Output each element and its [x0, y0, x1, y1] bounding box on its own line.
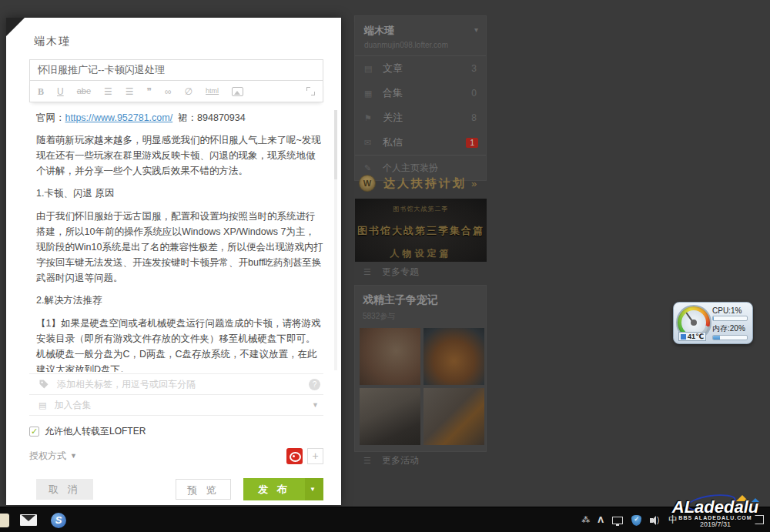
tray-expand-icon[interactable]: ᐱ: [598, 516, 604, 524]
system-monitor-widget[interactable]: 41℃ CPU:1% 内存:20%: [673, 302, 753, 344]
profile-card: 端木瑾 ▾ duanmujin098.lofter.com ▤ 文章 3 ▦ 合…: [354, 15, 487, 181]
cancel-button[interactable]: 取 消: [36, 479, 93, 500]
clock-date: 2019/7/31: [661, 520, 770, 528]
profile-domain: duanmujin098.lofter.com: [364, 41, 477, 49]
reprint-checkbox[interactable]: ✓: [29, 427, 39, 437]
image-icon[interactable]: [232, 87, 243, 96]
people-tray-icon[interactable]: ⁂: [581, 515, 589, 525]
sogou-app-icon[interactable]: S: [51, 513, 66, 528]
publish-options-caret[interactable]: ▼: [305, 478, 323, 500]
collection-count: 0: [471, 88, 477, 99]
sidebar-item-articles[interactable]: ▤ 文章 3: [355, 56, 486, 81]
corner-fold: [6, 18, 25, 36]
html-icon[interactable]: html: [206, 88, 219, 95]
unordered-list-icon[interactable]: ☰: [126, 87, 134, 96]
profile-name: 端木瑾: [364, 24, 477, 38]
more-topics-link[interactable]: ☰ 更多专题: [354, 264, 487, 279]
talent-support-program[interactable]: W 达人扶持计划 »: [354, 171, 487, 196]
list-icon: ☰: [363, 267, 374, 277]
list-icon: ☰: [363, 456, 374, 466]
post-title-input[interactable]: [29, 59, 323, 81]
help-icon[interactable]: ?: [309, 379, 320, 390]
mail-app-icon[interactable]: [20, 514, 37, 526]
publish-button[interactable]: 发 布: [243, 478, 305, 500]
activity-photo-grid: [360, 328, 481, 445]
memory-usage-bar: [712, 335, 748, 340]
memory-usage-label: 内存:20%: [712, 323, 748, 334]
bold-icon[interactable]: B: [38, 87, 44, 96]
ordered-list-icon[interactable]: ☰: [104, 87, 112, 96]
post-editor-modal: 端木瑾 B U abe ☰ ☰ ❞ ∞ ∅ html 官网：https://ww…: [6, 18, 341, 505]
cpu-usage-bar: [712, 316, 748, 321]
cpu-gauge: 41℃: [674, 303, 712, 343]
unlink-icon[interactable]: ∅: [185, 87, 192, 96]
link-icon[interactable]: ∞: [165, 87, 172, 96]
format-toolbar: B U abe ☰ ☰ ❞ ∞ ∅ html: [29, 80, 323, 102]
activity-participants: 5832参与: [363, 311, 481, 322]
more-activities-link[interactable]: ☰ 更多活动: [354, 453, 487, 468]
allow-reprint-row[interactable]: ✓ 允许他人转载至LOFTER: [29, 425, 146, 438]
body-paragraph: 随着萌新玩家越来越多，明显感觉我们的怀旧服人气上来了呢~发现现在还有一些玩家在群…: [36, 132, 323, 179]
watermark-brand: ALadedalu: [661, 498, 770, 517]
collection-icon: ▤: [38, 400, 46, 410]
temperature-chip: 41℃: [678, 332, 706, 341]
underline-icon[interactable]: U: [57, 87, 64, 96]
official-site-link[interactable]: https://www.952781.com/: [65, 112, 173, 123]
activity-card[interactable]: 戏精主子争宠记 5832参与: [354, 285, 487, 452]
tags-placeholder: 添加相关标签，用逗号或回车分隔: [57, 378, 196, 391]
arrow-right-icon: »: [471, 178, 477, 189]
taskbar-app-icon[interactable]: [0, 514, 9, 527]
body-heading-1: 1.卡顿、闪退 原因: [36, 186, 323, 201]
cat-photo[interactable]: [424, 388, 484, 445]
chevron-down-icon[interactable]: ▾: [474, 25, 478, 34]
body-paragraph: 【1】如果是硬盘空间或者机械硬盘运行问题造成的卡顿，请将游戏安装目录（即所有游戏…: [36, 316, 323, 372]
activity-title: 戏精主子争宠记: [363, 293, 481, 307]
cat-photo[interactable]: [360, 388, 420, 445]
network-display-icon[interactable]: [612, 517, 623, 524]
fullscreen-icon[interactable]: [306, 87, 315, 95]
medal-icon: W: [359, 175, 376, 192]
strikethrough-icon[interactable]: abe: [77, 87, 91, 95]
cat-photo[interactable]: [360, 328, 420, 385]
body-paragraph: 由于我们怀旧服始于远古国服，配置和设置均按照当时的系统进行搭建，所以10年前的操…: [36, 209, 323, 286]
article-icon: ▤: [364, 64, 375, 74]
sidebar-item-messages[interactable]: ✉ 私信 1: [355, 130, 486, 155]
license-row: 授权方式 ▼ +: [29, 447, 323, 465]
sidebar-item-collections[interactable]: ▦ 合集 0: [355, 81, 486, 105]
talent-program-label: 达人扶持计划: [383, 176, 467, 191]
tag-icon: [38, 379, 49, 390]
preview-button[interactable]: 预 览: [176, 479, 231, 500]
profile-sidebar: 端木瑾 ▾ duanmujin098.lofter.com ▤ 文章 3 ▦ 合…: [354, 15, 487, 181]
banner-ribbon-text: 图书馆大战第二季: [355, 205, 487, 213]
article-count: 3: [471, 63, 477, 74]
security-shield-icon[interactable]: [631, 515, 641, 526]
watermark: ALadedalu BBS ALADEDALU.COM 2019/7/31: [661, 494, 770, 532]
collection-select-row[interactable]: ▤ 加入合集 ▼: [29, 394, 323, 416]
license-dropdown[interactable]: 授权方式: [29, 450, 66, 463]
collection-icon: ▦: [364, 89, 375, 99]
post-body-editor[interactable]: 官网：https://www.952781.com/ 裙：894870934 随…: [29, 104, 331, 372]
message-badge: 1: [466, 138, 478, 148]
cat-photo[interactable]: [424, 328, 484, 385]
profile-header[interactable]: 端木瑾 ▾ duanmujin098.lofter.com: [355, 16, 486, 55]
weibo-share-icon[interactable]: [286, 448, 303, 464]
speaker-icon[interactable]: ): [650, 516, 661, 525]
chevron-down-icon[interactable]: ▼: [70, 452, 77, 460]
blockquote-icon[interactable]: ❞: [147, 87, 152, 96]
chevron-down-icon[interactable]: ▼: [312, 401, 319, 409]
banner-title: 图书馆大战第三季集合篇: [355, 224, 487, 238]
editor-scrollbar-thumb[interactable]: [334, 110, 337, 179]
promo-banner[interactable]: 图书馆大战第二季 图书馆大战第三季集合篇 人物设定篇: [355, 199, 487, 262]
sidebar-item-following[interactable]: ⚑ 关注 8: [355, 105, 486, 130]
windows-taskbar: S ⁂ ᐱ ) 中: [0, 507, 770, 532]
author-name: 端木瑾: [34, 35, 71, 49]
following-count: 8: [471, 112, 477, 123]
banner-subtitle: 人物设定篇: [355, 247, 487, 260]
add-share-button[interactable]: +: [307, 448, 323, 464]
temp-icon: [681, 334, 686, 340]
body-heading-2: 2.解决方法推荐: [36, 293, 323, 308]
tags-input-row[interactable]: 添加相关标签，用逗号或回车分隔 ?: [29, 373, 323, 394]
cpu-usage-label: CPU:1%: [712, 306, 748, 315]
collection-placeholder: 加入合集: [54, 399, 91, 412]
reprint-label: 允许他人转载至LOFTER: [45, 425, 146, 438]
